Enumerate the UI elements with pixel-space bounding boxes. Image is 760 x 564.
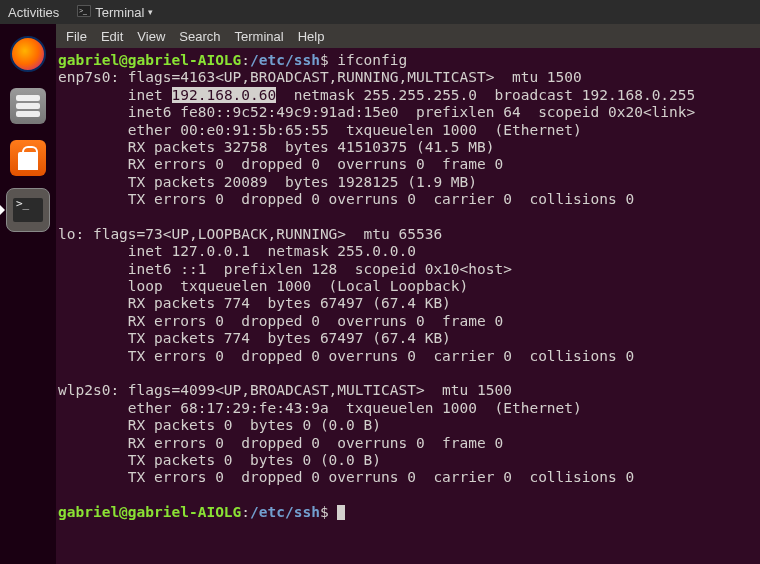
prompt-path: /etc/ssh	[250, 52, 320, 68]
out-line-12: inet6 ::1 prefixlen 128 scopeid 0x10<hos…	[58, 261, 512, 277]
files-icon	[10, 88, 46, 124]
launcher-files[interactable]	[6, 84, 50, 128]
launcher-dock: >_	[0, 24, 56, 564]
out-line-0: enp7s0: flags=4163<UP,BROADCAST,RUNNING,…	[58, 69, 582, 85]
firefox-icon	[10, 36, 46, 72]
out-line-1a: inet	[58, 87, 172, 103]
menu-file[interactable]: File	[66, 29, 87, 44]
prompt-dollar: $	[320, 52, 329, 68]
top-panel: Activities >_ Terminal ▾	[0, 0, 760, 24]
svg-text:>_: >_	[79, 7, 87, 15]
app-indicator-label: Terminal	[95, 5, 144, 20]
menu-search[interactable]: Search	[179, 29, 220, 44]
launcher-terminal[interactable]: >_	[6, 188, 50, 232]
out-line-21: RX packets 0 bytes 0 (0.0 B)	[58, 417, 381, 433]
prompt-colon: :	[241, 52, 250, 68]
out-line-13: loop txqueuelen 1000 (Local Loopback)	[58, 278, 468, 294]
command-text: ifconfig	[329, 52, 408, 68]
launcher-software[interactable]	[6, 136, 50, 180]
app-indicator[interactable]: >_ Terminal ▾	[77, 5, 153, 20]
out-line-22: RX errors 0 dropped 0 overruns 0 frame 0	[58, 435, 503, 451]
out-line-20: ether 68:17:29:fe:43:9a txqueuelen 1000 …	[58, 400, 582, 416]
chevron-down-icon: ▾	[148, 7, 153, 17]
menu-view[interactable]: View	[137, 29, 165, 44]
terminal-small-icon: >_	[77, 5, 91, 20]
out-line-6: RX errors 0 dropped 0 overruns 0 frame 0	[58, 156, 503, 172]
cursor	[337, 505, 345, 520]
highlighted-ip: 192.168.0.60	[172, 87, 277, 103]
prompt-user-2: gabriel@gabriel-AIOLG	[58, 504, 241, 520]
out-line-19: wlp2s0: flags=4099<UP,BROADCAST,MULTICAS…	[58, 382, 512, 398]
out-line-23: TX packets 0 bytes 0 (0.0 B)	[58, 452, 381, 468]
out-line-15: RX errors 0 dropped 0 overruns 0 frame 0	[58, 313, 503, 329]
terminal-icon: >_	[6, 188, 50, 232]
out-line-24: TX errors 0 dropped 0 overruns 0 carrier…	[58, 469, 634, 485]
menu-terminal[interactable]: Terminal	[235, 29, 284, 44]
out-line-8: TX errors 0 dropped 0 overruns 0 carrier…	[58, 191, 634, 207]
window-menubar: File Edit View Search Terminal Help	[56, 24, 760, 48]
menu-edit[interactable]: Edit	[101, 29, 123, 44]
out-line-11: inet 127.0.0.1 netmask 255.0.0.0	[58, 243, 416, 259]
out-line-14: RX packets 774 bytes 67497 (67.4 KB)	[58, 295, 451, 311]
prompt-path-2: /etc/ssh	[250, 504, 320, 520]
out-line-1b: netmask 255.255.255.0 broadcast 192.168.…	[276, 87, 695, 103]
out-line-10: lo: flags=73<UP,LOOPBACK,RUNNING> mtu 65…	[58, 226, 442, 242]
menu-help[interactable]: Help	[298, 29, 325, 44]
out-line-17: TX errors 0 dropped 0 overruns 0 carrier…	[58, 348, 634, 364]
out-line-7: TX packets 20089 bytes 1928125 (1.9 MB)	[58, 174, 477, 190]
out-line-5: RX packets 32758 bytes 41510375 (41.5 MB…	[58, 139, 495, 155]
terminal-output[interactable]: gabriel@gabriel-AIOLG:/etc/ssh$ ifconfig…	[56, 48, 760, 564]
software-icon	[10, 140, 46, 176]
activities-button[interactable]: Activities	[8, 5, 59, 20]
out-line-16: TX packets 774 bytes 67497 (67.4 KB)	[58, 330, 451, 346]
out-line-3: inet6 fe80::9c52:49c9:91ad:15e0 prefixle…	[58, 104, 695, 120]
out-line-4: ether 00:e0:91:5b:65:55 txqueuelen 1000 …	[58, 122, 582, 138]
prompt-user: gabriel@gabriel-AIOLG	[58, 52, 241, 68]
launcher-firefox[interactable]	[6, 32, 50, 76]
